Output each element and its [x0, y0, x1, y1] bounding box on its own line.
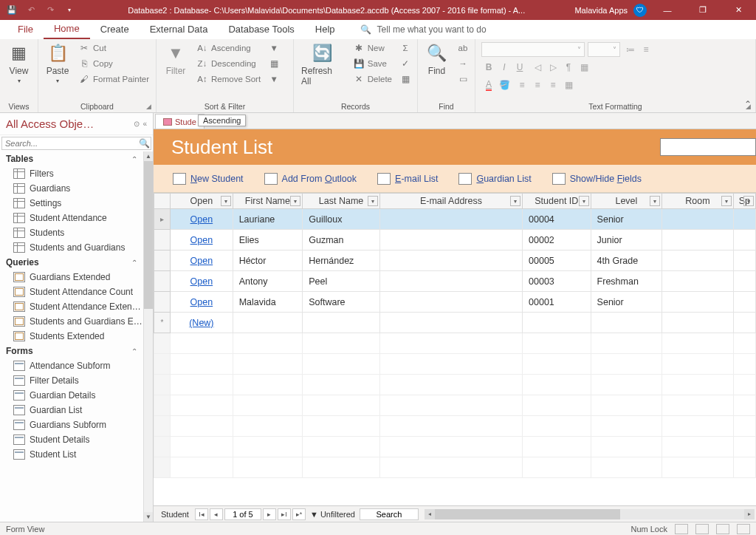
tab-database-tools[interactable]: Database Tools — [218, 20, 304, 39]
cell-level[interactable]: Senior — [591, 292, 662, 313]
nav-title[interactable]: All Access Obje… — [6, 117, 94, 130]
guardian-list-button[interactable]: Guardian List — [458, 173, 531, 185]
last-record-button[interactable]: ▸I — [278, 508, 291, 520]
nav-search-input[interactable] — [2, 137, 137, 149]
cell-email[interactable] — [379, 251, 522, 271]
nav-item[interactable]: Settings — [0, 196, 143, 211]
redo-icon[interactable]: ↷ — [41, 2, 59, 18]
datasheet-view-button[interactable] — [695, 524, 709, 534]
cell-level[interactable]: Freshman — [591, 271, 662, 292]
nav-item[interactable]: Guardians Extended — [0, 270, 143, 284]
column-dropdown-icon[interactable]: ▾ — [290, 196, 300, 206]
scroll-thumb[interactable] — [144, 161, 153, 309]
scroll-left-icon[interactable]: ◂ — [425, 509, 435, 519]
cell-first[interactable]: Antony — [233, 271, 303, 292]
font-size-combo[interactable]: ˅ — [588, 42, 620, 57]
show-hide-fields-button[interactable]: Show/Hide Fields — [552, 173, 642, 185]
nav-item[interactable]: Guardian List — [0, 403, 143, 418]
cell-id[interactable]: 00004 — [523, 209, 591, 230]
close-button[interactable]: ✕ — [724, 0, 753, 20]
paste-button[interactable]: 📋 Paste ▾ — [41, 41, 74, 86]
fill-color-button[interactable]: 🪣 — [497, 78, 512, 92]
totals-button[interactable]: Σ — [396, 41, 414, 55]
remove-sort-button[interactable]: A↕Remove Sort — [193, 72, 264, 86]
table-row[interactable]: OpenEliesGuzman00002Junior — [154, 230, 756, 251]
cell-first[interactable]: Héctor — [233, 251, 303, 271]
nav-item[interactable]: Filter Details — [0, 373, 143, 388]
row-selector[interactable]: ▸ — [154, 209, 171, 230]
cell-room[interactable] — [662, 292, 734, 313]
ltr-icon[interactable]: ¶ — [561, 60, 576, 75]
cell-id[interactable]: 00001 — [523, 292, 591, 313]
gridlines-icon[interactable]: ▦ — [577, 60, 591, 75]
tab-create[interactable]: Create — [90, 20, 140, 39]
tab-help[interactable]: Help — [305, 20, 346, 39]
user-name[interactable]: Malavida Apps — [574, 6, 628, 15]
cell-open[interactable]: Open — [171, 230, 233, 251]
alternate-fill-icon[interactable]: ▦ — [561, 78, 576, 92]
toggle-filter-button[interactable]: ▼ — [265, 72, 283, 86]
column-dropdown-icon[interactable]: ▾ — [221, 196, 231, 206]
recordnav-search-input[interactable] — [360, 508, 419, 520]
cell-room[interactable] — [662, 230, 734, 251]
align-center-button[interactable]: ≡ — [530, 78, 545, 92]
new-row[interactable]: *(New) — [154, 313, 756, 333]
cell-extra[interactable] — [733, 271, 755, 292]
cell-open[interactable]: Open — [171, 251, 233, 271]
collapse-ribbon-icon[interactable]: ⌃ — [744, 99, 752, 109]
row-selector[interactable]: * — [154, 313, 171, 333]
format-painter-button[interactable]: 🖌Format Painter — [75, 72, 152, 86]
find-button[interactable]: 🔍 Find — [421, 41, 453, 78]
align-right-button[interactable]: ≡ — [546, 78, 560, 92]
replace-button[interactable]: ab — [454, 41, 472, 55]
bold-button[interactable]: B — [481, 60, 496, 75]
column-dropdown-icon[interactable]: ▾ — [579, 196, 589, 206]
save-record-button[interactable]: 💾Save — [350, 56, 395, 71]
nav-group-forms[interactable]: Forms⌃ — [0, 344, 143, 358]
tab-home[interactable]: Home — [44, 20, 90, 39]
document-tab[interactable]: Stude — [155, 114, 205, 129]
cell-id[interactable]: 00002 — [523, 230, 591, 251]
font-family-combo[interactable]: ˅ — [481, 42, 585, 57]
cell-extra[interactable] — [733, 292, 755, 313]
cell-extra[interactable] — [733, 230, 755, 251]
cell-last[interactable]: Guilloux — [303, 209, 380, 230]
new-record-button[interactable]: ✱New — [350, 41, 395, 55]
cell-room[interactable] — [662, 209, 734, 230]
tell-me-search[interactable]: 🔍 Tell me what you want to do — [360, 24, 487, 35]
cell-first[interactable]: Elies — [233, 230, 303, 251]
chevron-down-icon[interactable]: ⊙ — [134, 120, 140, 128]
table-row[interactable]: ▸OpenLaurianeGuilloux00004Senior — [154, 209, 756, 230]
new-student-button[interactable]: New Student — [173, 173, 244, 185]
nav-item[interactable]: Students and Guardians — [0, 240, 143, 255]
row-selector[interactable] — [154, 292, 171, 313]
column-header[interactable]: Student ID▾ — [523, 194, 591, 209]
add-from-outlook-button[interactable]: Add From Outlook — [264, 173, 357, 185]
nav-scrollbar[interactable]: ▲ ▼ — [143, 151, 153, 522]
design-view-button[interactable] — [737, 524, 750, 534]
minimize-button[interactable]: — — [653, 0, 682, 20]
record-position-input[interactable] — [224, 508, 261, 520]
cell-level[interactable]: Junior — [591, 230, 662, 251]
decrease-indent-icon[interactable]: ◁ — [530, 60, 545, 75]
nav-item[interactable]: Student List — [0, 447, 143, 462]
select-button[interactable]: ▭ — [454, 72, 472, 86]
cell-level[interactable]: 4th Grade — [591, 251, 662, 271]
column-header[interactable]: Last Name▾ — [303, 194, 380, 209]
nav-item[interactable]: Students Extended — [0, 329, 143, 344]
nav-item[interactable]: Students — [0, 225, 143, 240]
italic-button[interactable]: I — [497, 60, 512, 75]
cell-level[interactable]: Senior — [591, 209, 662, 230]
first-record-button[interactable]: I◂ — [195, 508, 208, 520]
dialog-launcher-icon[interactable]: ◢ — [146, 103, 151, 110]
column-header[interactable]: Open▾ — [171, 194, 233, 209]
form-view-button[interactable] — [675, 524, 688, 534]
column-header[interactable]: Sp▾ — [733, 194, 755, 209]
nav-group-tables[interactable]: Tables⌃ — [0, 151, 143, 166]
filter-status[interactable]: Unfiltered — [320, 510, 355, 519]
nav-search[interactable]: 🔍 — [1, 137, 151, 150]
cell-open[interactable]: Open — [171, 292, 233, 313]
spelling-button[interactable]: ✓ — [396, 56, 414, 71]
selection-button[interactable]: ▼ — [265, 41, 283, 55]
nav-item[interactable]: Students and Guardians E… — [0, 314, 143, 329]
